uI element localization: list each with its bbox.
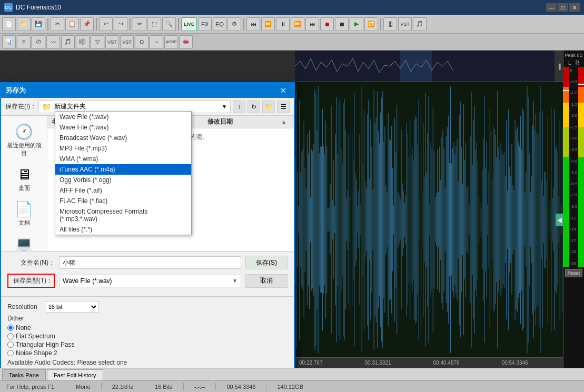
omega-btn[interactable]: Ω [135,35,149,49]
pause-btn[interactable]: ⏸ [276,17,290,31]
vst-btn[interactable]: VST [398,17,412,31]
settings-btn[interactable]: ⚙ [227,17,241,31]
fx-btn[interactable]: FX [198,17,212,31]
bars-btn[interactable]: 🎚 [17,35,31,49]
mixer-btn[interactable]: 🎛 [383,17,397,31]
svg-rect-54 [351,128,351,311]
dropdown-item-1[interactable]: Wave File (*.wav) [55,122,191,133]
filter-btn[interactable]: ▽ [91,35,104,49]
dither-noise-radio[interactable] [7,350,14,356]
svg-rect-36 [331,106,332,334]
dropdown-item-10[interactable]: All files (*.*) [55,224,191,235]
play-btn[interactable]: ▶ [350,17,363,31]
waveform-scroll-arrow[interactable]: ◀ [556,214,563,226]
db-2: -2.0 [570,113,578,118]
waveform-main[interactable]: ◀ [295,82,563,357]
aedf-btn[interactable]: AEDF [164,35,178,49]
reset-button[interactable]: Reset [565,269,583,277]
dropdown-item-2[interactable]: Broadcast Wave (*.wav) [55,133,191,143]
dropdown-item-3[interactable]: MP3 File (*.mp3) [55,143,191,154]
dither-none[interactable]: None [7,324,288,331]
dropdown-item-5[interactable]: iTunes AAC (*.m4a) [55,164,191,175]
lips-btn[interactable]: 👄 [179,35,193,49]
close-button[interactable]: ✕ [569,3,580,12]
dropdown-item-8[interactable]: FLAC File (*.flac) [55,196,191,206]
filename-input[interactable] [59,256,241,269]
paste-btn[interactable]: 📌 [80,17,94,31]
cut-btn[interactable]: ✂ [51,17,64,31]
minimize-button[interactable]: — [546,3,557,12]
save-button[interactable]: 保存(S) [245,256,288,269]
svg-rect-220 [532,125,533,315]
svg-rect-147 [452,148,453,291]
nav-up-btn[interactable]: ↑ [233,100,245,113]
nav-refresh-btn[interactable]: ↻ [248,100,260,113]
plugin-btn[interactable]: 🎵 [413,17,427,31]
dropdown-item-4[interactable]: WMA (*.wma) [55,154,191,164]
tilde-btn[interactable]: ~ [150,35,163,49]
nav-newfolder-btn[interactable]: 📁 [262,100,275,113]
tab-tasks-pane[interactable]: Tasks Pane [2,369,46,380]
dither-noise[interactable]: Noise Shape 2 [7,349,288,357]
dither-triangular[interactable]: Triangular High Pass [7,341,288,348]
svg-rect-201 [511,144,512,295]
live-btn[interactable]: LIVE [181,17,197,31]
pencil-btn[interactable]: ✏ [133,17,146,31]
next-btn[interactable]: ⏭ [305,17,319,31]
svg-rect-185 [494,129,494,310]
pitch-btn[interactable]: 🎼 [76,35,90,49]
wave2-btn[interactable]: 🎵 [61,35,75,49]
dialog-close-button[interactable]: ✕ [277,85,290,96]
dropdown-item-9[interactable]: Microsoft Compressed Formats (*.mp3,*.wa… [55,206,191,224]
open-btn[interactable]: 📁 [17,17,31,31]
nav-view-btn[interactable]: ☰ [277,100,290,113]
dither-flat[interactable]: Flat Spectrum [7,333,288,340]
dither-flat-radio[interactable] [7,333,14,339]
svg-rect-61 [358,191,359,248]
undo-btn[interactable]: ↩ [99,17,113,31]
maximize-button[interactable]: □ [558,3,568,12]
resolution-select[interactable]: 16 bit8 bit24 bit32 bit [46,301,98,313]
spectrum-btn[interactable]: 📊 [2,35,16,49]
tab-fast-edit[interactable]: Fast Edit History [47,369,103,380]
zoom-btn[interactable]: 🔍 [162,17,176,31]
prev-btn[interactable]: ⏮ [246,17,260,31]
sidebar-item-computer[interactable]: 💻 此电脑 [3,232,45,251]
svg-rect-52 [349,135,349,304]
select-btn[interactable]: ⬚ [147,17,161,31]
filetype-combo[interactable]: Wave File (*.wav) ▼ [59,275,241,287]
save-btn[interactable]: 💾 [32,17,45,31]
back-btn[interactable]: ⏪ [261,17,275,31]
dialog-title-bar: 另存为 ✕ [1,83,294,98]
sidebar-item-desktop[interactable]: 🖥 桌面 [3,163,45,195]
loop-btn[interactable]: 🔁 [364,17,378,31]
dither-none-radio[interactable] [7,325,14,331]
forward-btn[interactable]: ⏩ [291,17,304,31]
redo-btn[interactable]: ↪ [114,17,127,31]
vu-right-bar [578,67,584,267]
svg-rect-64 [362,87,362,353]
record-btn[interactable]: ⏺ [320,17,334,31]
copy-btn[interactable]: 📋 [65,17,79,31]
svg-rect-212 [523,111,524,328]
freq-btn[interactable]: 〰 [46,35,60,49]
dither-triangular-radio[interactable] [7,341,14,348]
db-35: -3.5 [570,147,578,152]
new-btn[interactable]: 📄 [2,17,16,31]
dropdown-item-7[interactable]: AIFF File (*.aif) [55,185,191,196]
overview-scrollbar[interactable]: ▐ [555,51,563,82]
stop-btn[interactable]: ⏹ [335,17,349,31]
status-filesize: 140.12GB [275,384,305,390]
dropdown-item-6[interactable]: Ogg Vorbis (*.ogg) [55,175,191,185]
sidebar-item-documents[interactable]: 📄 文档 [3,197,45,230]
svg-rect-87 [387,192,388,247]
dropdown-item-0[interactable]: Wave File (*.wav) [55,112,191,122]
sidebar-item-recent[interactable]: 🕐 最近使用的项目 [3,120,45,160]
vst2-btn[interactable]: VST [105,35,119,49]
eq-btn[interactable]: EQ [213,17,226,31]
col-sort: ▲ [281,119,290,125]
vst3-btn[interactable]: VST [120,35,134,49]
svg-rect-30 [324,154,325,286]
cancel-button[interactable]: 取消 [245,274,288,288]
clock-btn[interactable]: ⏱ [32,35,45,49]
